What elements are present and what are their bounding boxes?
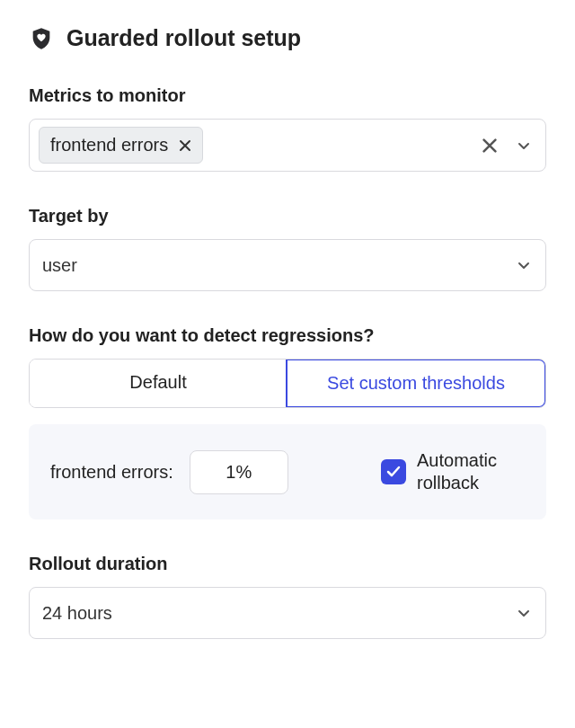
duration-section: Rollout duration 24 hours [29,554,546,639]
detect-option-custom[interactable]: Set custom thresholds [286,359,546,408]
duration-label: Rollout duration [29,554,546,574]
target-by-value: user [42,255,77,276]
auto-rollback-label: Automatic rollback [417,449,525,494]
auto-rollback-checkbox[interactable] [381,459,406,484]
metric-chip[interactable]: frontend errors [39,127,203,164]
duration-value: 24 hours [42,603,112,624]
detect-section: How do you want to detect regressions? D… [29,325,546,519]
chevron-down-icon [515,604,533,622]
page-header: Guarded rollout setup [29,25,546,51]
metrics-label: Metrics to monitor [29,85,546,106]
threshold-value-input[interactable] [190,450,288,494]
metric-chip-label: frontend errors [50,135,168,155]
target-by-section: Target by user [29,206,546,291]
chevron-down-icon[interactable] [511,133,536,158]
detect-segmented-control: Default Set custom thresholds [29,359,546,408]
clear-all-icon[interactable] [477,133,502,158]
metrics-multiselect[interactable]: frontend errors [29,119,546,172]
detect-option-default[interactable]: Default [30,360,287,407]
detect-label: How do you want to detect regressions? [29,325,546,346]
shield-icon [29,26,54,51]
threshold-panel: frontend errors: Automatic rollback [29,424,546,519]
threshold-metric-label: frontend errors: [50,462,173,483]
close-icon[interactable] [179,139,191,152]
page-title: Guarded rollout setup [66,25,301,51]
auto-rollback-group: Automatic rollback [381,449,525,494]
duration-select[interactable]: 24 hours [29,587,546,639]
metrics-section: Metrics to monitor frontend errors [29,85,546,172]
target-by-select[interactable]: user [29,239,546,291]
target-by-label: Target by [29,206,546,226]
chevron-down-icon [515,256,533,274]
